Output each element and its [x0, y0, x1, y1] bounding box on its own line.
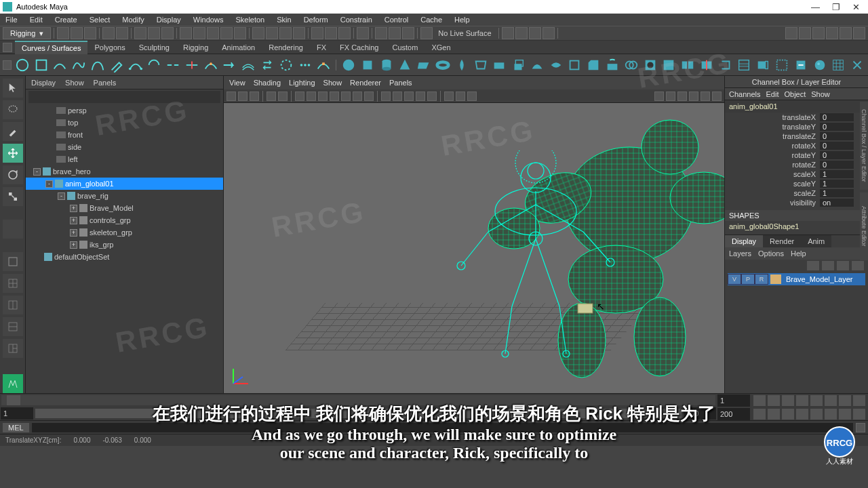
play-forward-icon[interactable] — [810, 395, 823, 406]
outliner-item[interactable]: +Brave_Model — [26, 202, 223, 214]
vp-aa-icon[interactable] — [701, 92, 710, 101]
no-live-surface-label[interactable]: No Live Surface — [434, 29, 495, 37]
stitch-icon[interactable] — [849, 56, 865, 74]
outliner-item[interactable]: +skeleton_grp — [26, 226, 223, 239]
attach-surf-icon[interactable] — [679, 56, 696, 74]
revolve-icon[interactable] — [454, 56, 470, 74]
menu-edit[interactable]: Edit — [27, 16, 45, 24]
shelf-tab-polygons[interactable]: Polygons — [87, 41, 132, 54]
outliner-item[interactable]: +iks_grp — [26, 239, 223, 251]
attr-value-input[interactable]: 0 — [820, 161, 854, 169]
graph-editor-icon[interactable] — [826, 27, 838, 39]
outliner-item[interactable]: left — [26, 153, 223, 165]
outliner-icon[interactable] — [812, 27, 825, 39]
nurbs-sphere-icon[interactable] — [340, 56, 357, 74]
layer-new-selected-icon[interactable] — [852, 261, 864, 270]
sym-icon[interactable] — [502, 27, 514, 39]
range-start-input[interactable]: 1 — [1, 407, 33, 420]
attr-value-input[interactable]: 0 — [820, 113, 854, 121]
playblast-icon[interactable] — [853, 409, 865, 420]
add-points-icon[interactable] — [297, 56, 313, 74]
menu-constrain[interactable]: Constrain — [338, 16, 375, 24]
layer-playback-toggle[interactable]: P — [741, 274, 755, 285]
menu-create[interactable]: Create — [52, 16, 80, 24]
nurbs-plane-icon[interactable] — [416, 56, 432, 74]
ipr-icon[interactable] — [325, 27, 337, 39]
nurbs-cone-icon[interactable] — [397, 56, 414, 74]
layer-new-empty-icon[interactable] — [837, 261, 849, 270]
two-pane-v-icon[interactable] — [3, 296, 23, 314]
sym-y-icon[interactable] — [529, 27, 541, 39]
vp-menu-shading[interactable]: Shading — [254, 79, 281, 87]
new-scene-icon[interactable] — [57, 27, 69, 39]
go-end-icon[interactable] — [853, 395, 865, 406]
cb-tab-channels[interactable]: Channels — [729, 90, 760, 98]
vp-textured-icon[interactable] — [404, 92, 414, 101]
expand-toggle-icon[interactable]: + — [70, 217, 77, 224]
play-back-icon[interactable] — [796, 395, 808, 406]
layer-tab-render[interactable]: Render — [763, 235, 801, 247]
offset-curve-icon[interactable] — [240, 56, 256, 74]
nurbs-circle-icon[interactable] — [14, 56, 31, 74]
single-pane-icon[interactable] — [3, 252, 23, 271]
xray-icon[interactable] — [375, 27, 387, 39]
output-icon[interactable] — [279, 27, 292, 39]
expand-toggle-icon[interactable]: - — [45, 180, 53, 188]
attr-label[interactable]: visibility — [725, 199, 820, 207]
boundary-icon[interactable] — [548, 56, 564, 74]
auto-key-icon[interactable] — [768, 409, 780, 420]
scale-tool[interactable] — [3, 187, 23, 206]
step-forward-icon[interactable] — [825, 395, 837, 406]
shelf-tab-animation[interactable]: Animation — [215, 41, 262, 54]
nurbs-cube-icon[interactable] — [359, 56, 376, 74]
layer-row[interactable]: V P R Brave_Model_Layer — [728, 273, 865, 285]
outliner-item[interactable]: side — [26, 141, 223, 153]
vp-film-gate-icon[interactable] — [307, 92, 316, 101]
expand-toggle-icon[interactable]: - — [58, 192, 65, 200]
vp-shaded-icon[interactable] — [393, 92, 402, 101]
snap-plane-icon[interactable] — [220, 27, 233, 39]
three-pane-icon[interactable] — [3, 339, 23, 358]
vp-gamma-icon[interactable] — [666, 92, 675, 101]
attr-value-input[interactable]: on — [820, 199, 854, 207]
vp-safe-title-icon[interactable] — [364, 92, 374, 101]
side-tab-attribute-editor[interactable]: Attribute Editor — [860, 192, 868, 260]
vp-shadows-icon[interactable] — [427, 92, 437, 101]
maximize-button[interactable]: ❐ — [832, 2, 840, 12]
layer-visible-toggle[interactable]: V — [728, 274, 741, 285]
shelf-tab-custom[interactable]: Custom — [386, 41, 425, 54]
expand-toggle-icon[interactable]: + — [70, 229, 77, 237]
nurbs-torus-icon[interactable] — [435, 56, 451, 74]
layer-move-up-icon[interactable] — [807, 261, 819, 270]
snap-grid-icon[interactable] — [180, 27, 192, 39]
construction-icon[interactable] — [293, 27, 305, 39]
menu-select[interactable]: Select — [87, 16, 113, 24]
shelf-editor-icon[interactable] — [3, 43, 12, 52]
bevel-icon[interactable] — [585, 56, 601, 74]
move-tool[interactable] — [3, 144, 23, 163]
range-end-input[interactable]: 200 — [684, 407, 716, 420]
shelf-tab-fx[interactable]: FX — [310, 41, 333, 54]
menu-help[interactable]: Help — [452, 16, 473, 24]
insert-knot-icon[interactable] — [203, 56, 219, 74]
vp-menu-lighting[interactable]: Lighting — [289, 79, 315, 87]
menu-display[interactable]: Display — [154, 16, 184, 24]
vp-wireframe-icon[interactable] — [381, 92, 391, 101]
panel-layout-icon[interactable] — [785, 27, 797, 39]
layer-name-label[interactable]: Brave_Model_Layer — [783, 275, 852, 283]
bezier-icon[interactable] — [90, 56, 106, 74]
layers-menu-help[interactable]: Help — [791, 249, 806, 258]
two-point-arc-icon[interactable] — [146, 56, 162, 74]
attr-label[interactable]: rotateY — [725, 151, 820, 159]
attr-label[interactable]: translateY — [725, 123, 820, 131]
sym-x-icon[interactable] — [515, 27, 528, 39]
attr-value-input[interactable]: 1 — [820, 189, 854, 197]
shelf-tab-sculpting[interactable]: Sculpting — [132, 41, 176, 54]
detach-curve-icon[interactable] — [184, 56, 200, 74]
render-settings-icon[interactable] — [338, 27, 351, 39]
menu-control[interactable]: Control — [382, 16, 411, 24]
anim-layer-icon[interactable] — [825, 409, 837, 420]
sculpt-surf-icon[interactable] — [812, 56, 828, 74]
history-icon[interactable] — [252, 27, 264, 39]
save-scene-icon[interactable] — [84, 27, 96, 39]
